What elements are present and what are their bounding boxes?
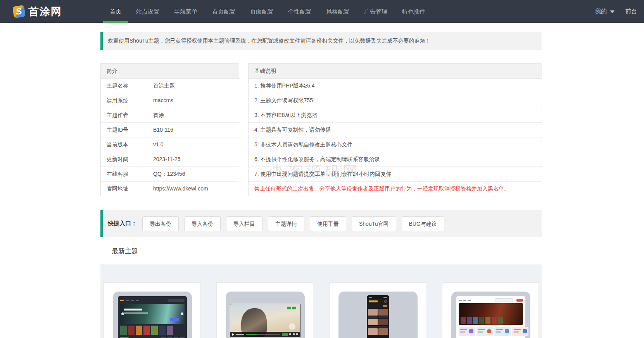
theme-thumbnail[interactable] xyxy=(338,292,418,338)
mock-arrow-right xyxy=(181,312,183,315)
table-row: 1. 推荐使用PHP版本≥5.4 xyxy=(249,79,542,93)
mock-arrow-left xyxy=(121,312,124,315)
table-row: 在线客服 QQ：123456 xyxy=(101,167,239,182)
theme-card[interactable] xyxy=(216,282,313,338)
row-value: 首涂主题 xyxy=(147,79,239,93)
logo-icon-letter: S xyxy=(15,6,22,17)
photo-caption xyxy=(378,326,388,328)
nav-item-featured-plugins[interactable]: 特色插件 xyxy=(395,0,432,23)
poster-tile xyxy=(467,317,472,324)
instruction-text: 1. 推荐使用PHP版本≥5.4 xyxy=(249,79,542,93)
mock-subnav xyxy=(120,336,185,338)
shoutu-official-button[interactable]: ShouTu官网 xyxy=(352,216,396,231)
welcome-alert: 欢迎使用ShouTu主题，您已获得授权使用本主题管理系统，在您配置或修改文件前请… xyxy=(100,32,542,50)
mock-hero-title xyxy=(124,309,142,311)
theme-card[interactable] xyxy=(442,282,539,338)
latest-themes-panel xyxy=(100,264,542,338)
nav-item-nav-menu[interactable]: 导航菜单 xyxy=(167,0,204,23)
nav-item-ad-management[interactable]: 广告管理 xyxy=(357,0,394,23)
photo-tile xyxy=(378,309,388,316)
table-row: 当前版本 v1.0 xyxy=(101,137,239,152)
mock-category-cards xyxy=(459,327,523,336)
mock-menu xyxy=(126,300,129,301)
nav-item-page-config[interactable]: 页面配置 xyxy=(243,0,280,23)
bug-suggestion-button[interactable]: BUG与建议 xyxy=(402,216,444,231)
user-manual-button[interactable]: 使用手册 xyxy=(310,216,346,231)
theme-card[interactable] xyxy=(329,282,426,338)
statusbar-item xyxy=(369,297,372,298)
theme-thumbnail[interactable] xyxy=(451,292,530,338)
official-site-url[interactable]: https://www.dkewl.com xyxy=(147,182,239,196)
card-icon xyxy=(505,329,509,333)
mock-menu xyxy=(459,300,462,301)
row-value: 首涂 xyxy=(147,108,239,122)
row-label: 主题名称 xyxy=(101,79,147,93)
mock-quality-badge xyxy=(282,333,288,336)
intro-table-header: 简介 xyxy=(101,63,239,79)
table-row: 主题ID号 B10-116 xyxy=(101,123,239,137)
logo-block xyxy=(287,307,291,309)
table-row: 适用系统 maccms xyxy=(101,93,239,108)
mock-app-logo xyxy=(369,300,378,302)
chevron-down-icon[interactable] xyxy=(610,10,615,13)
row-value: v1.0 xyxy=(147,137,239,152)
mock-hero-banner xyxy=(459,303,523,325)
table-row: 4. 主题具备可复制性，请勿传播 xyxy=(249,123,542,137)
site-logo[interactable]: S 首涂网 xyxy=(13,5,62,19)
frontend-link[interactable]: 前台 xyxy=(625,8,637,15)
title-divider-left xyxy=(100,251,107,251)
poster-tile xyxy=(120,326,127,335)
theme-thumbnail[interactable] xyxy=(226,292,305,338)
mock-search-dot xyxy=(384,300,387,303)
instruction-text: 3. 不兼容IE8及以下浏览器 xyxy=(249,108,542,122)
instructions-table-header: 基础说明 xyxy=(249,63,542,79)
photo-caption xyxy=(368,316,378,318)
main-nav: 首页 站点设置 导航菜单 首页配置 页面配置 个性配置 风格配置 广告管理 特色… xyxy=(103,0,433,23)
latest-themes-section-title: 最新主题 xyxy=(100,246,542,256)
latest-themes-title-text: 最新主题 xyxy=(112,247,138,256)
theme-card[interactable] xyxy=(104,282,200,338)
poster-tile xyxy=(151,326,158,335)
logo-icon: S xyxy=(12,5,26,18)
nav-item-site-settings[interactable]: 站点设置 xyxy=(129,0,166,23)
theme-preview-desktop-dark xyxy=(118,296,187,338)
statusbar-item xyxy=(383,297,387,298)
mock-banner-tag xyxy=(383,305,387,307)
card-text xyxy=(514,329,521,330)
mock-browser-topbar xyxy=(120,299,185,302)
nav-item-style-config[interactable]: 风格配置 xyxy=(319,0,356,23)
table-row: 主题名称 首涂主题 xyxy=(101,79,239,93)
table-row: 6. 不提供个性化修改服务，高端定制请联系客服洽谈 xyxy=(249,152,542,167)
photo-tile xyxy=(368,328,378,335)
quick-entry-label: 快捷入口： xyxy=(108,220,137,227)
nav-item-personal-config[interactable]: 个性配置 xyxy=(281,0,318,23)
nav-item-homepage-config[interactable]: 首页配置 xyxy=(205,0,242,23)
theme-detail-button[interactable]: 主题详情 xyxy=(268,216,304,231)
photo-tile xyxy=(378,319,388,325)
card-icon xyxy=(487,329,491,333)
import-backup-button[interactable]: 导入备份 xyxy=(184,216,221,231)
my-menu[interactable]: 我的 xyxy=(595,8,607,15)
mock-poster-strip xyxy=(120,326,185,335)
mock-search-pill xyxy=(495,298,513,302)
quick-entry-bar: 快捷入口： 导出备份 导入备份 导入栏目 主题详情 使用手册 ShouTu官网 … xyxy=(100,210,542,237)
table-row: 禁止任何形式的二次出售、分享他人等侵害作者及正版用户的行为，一经发现取消授权资格… xyxy=(249,182,542,196)
mock-hero-banner xyxy=(120,304,185,324)
mock-hero-button xyxy=(170,318,179,321)
card-text xyxy=(460,329,467,330)
intro-table: 简介 主题名称 首涂主题 适用系统 maccms 主题作者 首涂 主题ID号 B… xyxy=(100,63,239,196)
photo-caption xyxy=(378,316,388,318)
play-icon xyxy=(232,333,234,336)
navbar-right: 我的 前台 xyxy=(595,8,644,15)
mock-photo-grid xyxy=(368,309,388,335)
row-value: QQ：123456 xyxy=(147,167,239,181)
nav-item-home[interactable]: 首页 xyxy=(103,0,128,23)
theme-thumbnail[interactable] xyxy=(113,292,192,338)
mock-control-icon xyxy=(289,333,291,335)
export-backup-button[interactable]: 导出备份 xyxy=(142,216,179,231)
instruction-text: 2. 主题文件读写权限755 xyxy=(249,93,542,108)
row-value: B10-116 xyxy=(147,123,239,137)
mock-search-pill xyxy=(167,299,185,302)
instructions-table: 基础说明 1. 推荐使用PHP版本≥5.4 2. 主题文件读写权限755 3. … xyxy=(248,63,542,196)
import-category-button[interactable]: 导入栏目 xyxy=(226,216,262,231)
